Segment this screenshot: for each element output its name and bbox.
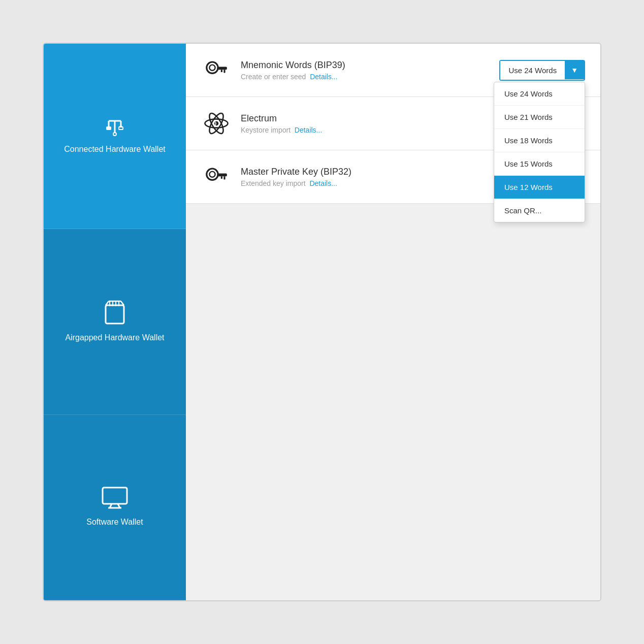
dropdown-option-15[interactable]: Use 15 Words [494, 152, 585, 176]
wallet-options: Mnemonic Words (BIP39) Create or enter s… [186, 44, 600, 204]
sidebar: Connected Hardware Wallet Airgapped Hard… [44, 44, 186, 600]
key-icon-mnemonic [201, 55, 232, 85]
sidebar-item-connected-hardware[interactable]: Connected Hardware Wallet [44, 44, 186, 229]
svg-rect-8 [107, 127, 111, 130]
svg-rect-23 [217, 67, 227, 70]
sidebar-item-airgapped-hardware[interactable]: Airgapped Hardware Wallet [44, 229, 186, 414]
sd-card-icon [105, 300, 125, 327]
monitor-icon [102, 487, 128, 511]
mnemonic-dropdown-btn[interactable]: Use 24 Words ▼ [499, 60, 585, 81]
wallet-row-mnemonic-subtitle: Create or enter seed Details... [241, 73, 499, 81]
atom-icon-electrum: ₿ [201, 108, 232, 139]
dropdown-option-21[interactable]: Use 21 Words [494, 106, 585, 129]
dropdown-option-24[interactable]: Use 24 Words [494, 82, 585, 106]
svg-rect-33 [217, 174, 227, 177]
usb-icon [102, 118, 128, 138]
wallet-row-mnemonic-title: Mnemonic Words (BIP39) [241, 60, 499, 71]
svg-rect-25 [221, 70, 222, 72]
sidebar-item-software[interactable]: Software Wallet [44, 415, 186, 600]
svg-point-32 [209, 172, 215, 177]
wallet-row-mnemonic: Mnemonic Words (BIP39) Create or enter s… [186, 44, 600, 97]
mnemonic-dropdown-arrow[interactable]: ▼ [565, 61, 584, 79]
svg-rect-35 [221, 176, 222, 179]
mnemonic-dropdown-menu: Use 24 Words Use 21 Words Use 18 Words U… [494, 82, 585, 222]
electrum-details-link[interactable]: Details... [295, 126, 322, 134]
svg-point-22 [209, 65, 215, 71]
sidebar-item-airgapped-hardware-label: Airgapped Hardware Wallet [65, 333, 164, 343]
sidebar-item-connected-hardware-label: Connected Hardware Wallet [64, 144, 166, 155]
svg-rect-9 [106, 305, 124, 324]
svg-rect-5 [119, 127, 123, 130]
wallet-row-mnemonic-info: Mnemonic Words (BIP39) Create or enter s… [241, 60, 499, 81]
mnemonic-details-link[interactable]: Details... [310, 73, 337, 81]
sidebar-item-software-label: Software Wallet [86, 517, 143, 528]
master-key-details-link[interactable]: Details... [309, 179, 337, 187]
svg-point-6 [113, 133, 116, 136]
main-content: Mnemonic Words (BIP39) Create or enter s… [186, 44, 600, 600]
app-container: Connected Hardware Wallet Airgapped Hard… [43, 43, 601, 601]
svg-marker-7 [119, 125, 123, 127]
dropdown-option-18[interactable]: Use 18 Words [494, 129, 585, 152]
dropdown-option-12[interactable]: Use 12 Words [494, 176, 585, 199]
svg-rect-24 [223, 70, 225, 73]
svg-point-21 [207, 62, 218, 73]
dropdown-option-qr[interactable]: Scan QR... [494, 199, 585, 222]
key-icon-master [201, 162, 232, 192]
wallet-row-mnemonic-action: Use 24 Words ▼ Use 24 Words Use 21 Words… [499, 60, 585, 81]
svg-rect-34 [223, 176, 225, 179]
mnemonic-dropdown-label[interactable]: Use 24 Words [500, 61, 565, 80]
svg-text:₿: ₿ [214, 121, 216, 125]
svg-point-31 [207, 169, 218, 180]
svg-rect-17 [103, 488, 127, 504]
